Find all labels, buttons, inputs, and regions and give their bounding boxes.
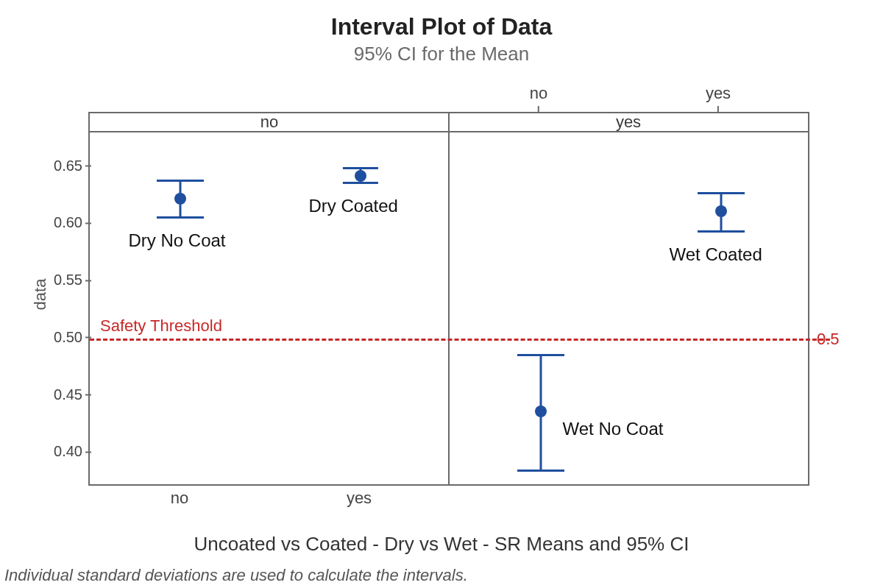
interval-plot: Interval Plot of Data 95% CI for the Mea… [0,0,883,588]
error-bar-cap-bottom [157,216,204,219]
top-ext-label-text: yes [706,84,731,102]
safety-threshold-line [90,339,830,341]
top-ext-tick [717,106,719,112]
ytick-label: 0.60 [54,214,82,231]
error-bar-cap-top [157,180,204,182]
chart-title: Interval Plot of Data [0,13,883,40]
ytick-mark [85,166,91,167]
point-annotation: Wet No Coat [563,419,664,439]
ytick-label: 0.40 [54,443,82,460]
chart-subtitle: 95% CI for the Mean [0,43,883,65]
ytick-mark [85,280,91,281]
point-annotation: Dry Coated [309,196,398,216]
error-bar-cap-bottom [342,182,377,184]
error-bar-cap-top [517,354,564,356]
mean-dot [715,205,727,217]
error-bar-cap-top [698,192,745,194]
ytick-label: 0.55 [54,272,82,288]
top-ext-label-no: no [530,84,547,103]
panel-header-right: yes [449,113,808,132]
panel-header-left: no [90,113,449,132]
x-axis-label: Uncoated vs Coated - Dry vs Wet - SR Mea… [0,533,883,556]
plot-area: no yes no yes no yes Safety Threshold 0.… [88,112,809,486]
ytick-mark [85,394,91,396]
ytick-mark [85,222,91,224]
error-bar-cap-bottom [698,230,745,233]
safety-threshold-label: Safety Threshold [100,316,222,336]
point-annotation: Dry No Coat [129,230,226,251]
y-axis-label: data [31,278,50,310]
mean-dot [535,405,547,417]
ytick-mark [85,451,91,453]
top-ext-tick [538,106,539,112]
error-bar-cap-top [342,167,377,169]
mean-dot [355,170,366,182]
xtick-bottom-no: no [171,489,188,508]
panel-divider [448,113,450,484]
point-annotation: Wet Coated [670,244,762,265]
top-ext-label-text: no [530,84,547,102]
safety-threshold-value: 0.5 [817,330,840,349]
ytick-label: 0.45 [54,386,82,403]
xtick-bottom-yes: yes [347,489,372,508]
top-ext-label-yes: yes [706,84,731,103]
chart-footnote: Individual standard deviations are used … [4,566,468,585]
ytick-label: 0.50 [54,328,82,345]
ytick-label: 0.65 [54,157,82,174]
error-bar-cap-bottom [517,470,564,472]
ytick-mark [85,337,91,339]
mean-dot [174,193,186,205]
